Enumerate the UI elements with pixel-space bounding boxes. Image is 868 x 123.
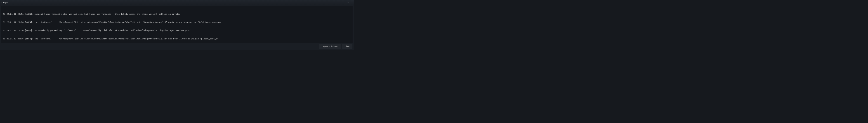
log-line: 01.22.21 12:20:36 [INFO]: tag 'C:/Users/…	[3, 38, 351, 40]
output-panel: Output 01.22.21 12:20:31 [WARN]: current…	[0, 0, 354, 50]
log-line: 01.22.21 12:20:31 [WARN]: current theme …	[3, 13, 351, 16]
panel-header: Output	[0, 0, 354, 5]
log-line: 01.22.21 12:20:36 [WARN]: tag 'C:/Users/…	[3, 21, 351, 24]
close-icon[interactable]	[350, 1, 352, 4]
panel-footer: Copy to Clipboard Clear	[1, 44, 352, 49]
panel-title: Output	[2, 1, 8, 4]
header-actions	[346, 1, 352, 4]
copy-to-clipboard-button[interactable]: Copy to Clipboard	[319, 44, 341, 49]
output-log-area[interactable]: 01.22.21 12:20:31 [WARN]: current theme …	[1, 6, 352, 43]
clear-button[interactable]: Clear	[342, 44, 352, 49]
svg-rect-0	[347, 2, 348, 3]
log-line: 01.22.21 12:20:36 [INFO]: successfully p…	[3, 29, 351, 32]
panel-body: 01.22.21 12:20:31 [WARN]: current theme …	[0, 5, 354, 50]
detach-icon[interactable]	[346, 1, 349, 4]
